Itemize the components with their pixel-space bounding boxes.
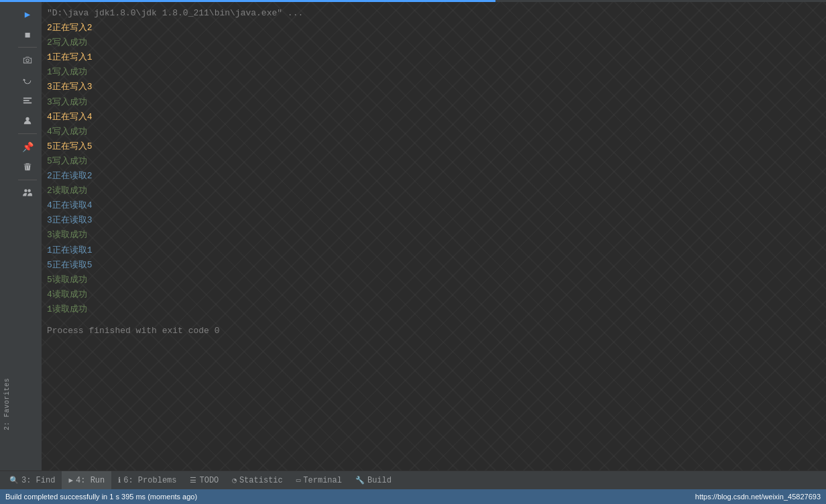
statistic-icon: ◔ <box>232 476 237 485</box>
format-button[interactable] <box>17 91 38 110</box>
person-button[interactable] <box>17 111 38 130</box>
process-exit-line: Process finished with exit code 0 <box>47 324 821 338</box>
console-line: 5正在写入5 <box>47 139 821 154</box>
format-icon <box>23 96 32 105</box>
pin-button[interactable]: 📌 <box>17 137 38 156</box>
tab-statistic-label: Statistic <box>239 476 283 485</box>
camera-button[interactable] <box>17 51 38 70</box>
console-line: 2正在读取2 <box>47 169 821 184</box>
console-line: 4正在写入4 <box>47 110 821 125</box>
tab-problems[interactable]: ℹ 6: Problems <box>111 471 183 489</box>
tab-find-label: 3: Find <box>21 476 55 485</box>
console-line: 1正在写入1 <box>47 50 821 65</box>
favorites-label: 2: Favorites <box>3 378 11 430</box>
svg-point-4 <box>24 189 27 192</box>
tab-build-label: Build <box>367 476 392 485</box>
command-line: "D:\java jdk1.8.0\jdk 1.8.0_211\bin\java… <box>47 6 821 21</box>
console-line: 2写入成功 <box>47 36 821 50</box>
tab-run-label: 4: Run <box>76 476 105 485</box>
person-icon <box>23 116 32 125</box>
console-line: 2读取成功 <box>47 184 821 198</box>
terminal-icon: ▭ <box>296 476 301 485</box>
tab-todo-label: TODO <box>199 476 219 485</box>
run-tab-icon: ▶ <box>68 476 73 485</box>
console-line: 3读取成功 <box>47 228 821 243</box>
favorites-sidebar: 2: Favorites <box>0 2 13 470</box>
console-line: 1正在读取1 <box>47 243 821 258</box>
delete-button[interactable] <box>17 158 38 176</box>
svg-point-3 <box>25 117 29 121</box>
console-line: 4正在读取4 <box>47 198 821 213</box>
todo-icon: ☰ <box>190 476 196 485</box>
status-url[interactable]: https://blog.csdn.net/weixin_45827693 <box>695 493 821 501</box>
tab-run[interactable]: ▶ 4: Run <box>62 471 111 489</box>
console-line: 5正在读取5 <box>47 258 821 273</box>
tab-todo[interactable]: ☰ TODO <box>183 471 225 489</box>
tab-problems-label: 6: Problems <box>123 476 176 485</box>
console-line: 5读取成功 <box>47 273 821 288</box>
run-button[interactable]: ▶ <box>17 5 38 23</box>
build-status-text: Build completed successfully in 1 s 395 … <box>5 493 197 501</box>
tab-terminal[interactable]: ▭ Terminal <box>290 471 349 489</box>
console-line: 3写入成功 <box>47 95 821 110</box>
tab-build[interactable]: 🔧 Build <box>349 471 398 489</box>
console-line: 3正在写入3 <box>47 80 821 94</box>
tab-terminal-label: Terminal <box>303 476 342 485</box>
bottom-toolbar: 🔍 3: Find ▶ 4: Run ℹ 6: Problems ☰ TODO … <box>0 470 826 489</box>
tab-statistic[interactable]: ◔ Statistic <box>225 471 289 489</box>
toolbar-separator-1 <box>18 47 37 48</box>
tab-find[interactable]: 🔍 3: Find <box>3 471 62 489</box>
stop-button[interactable]: ◼ <box>17 25 38 44</box>
console-line: 5写入成功 <box>47 154 821 169</box>
svg-rect-0 <box>23 98 32 99</box>
problems-icon: ℹ <box>118 476 121 485</box>
svg-rect-2 <box>23 103 32 104</box>
camera-icon <box>23 56 32 65</box>
delete-icon <box>23 162 32 172</box>
left-toolbar: ▶ ◼ 📌 <box>13 2 42 470</box>
persons-icon <box>23 188 32 198</box>
svg-rect-1 <box>23 100 30 101</box>
status-bar: Build completed successfully in 1 s 395 … <box>0 489 826 504</box>
build-icon: 🔧 <box>355 476 365 485</box>
rerun-button[interactable] <box>17 71 38 90</box>
svg-point-5 <box>27 189 30 192</box>
find-icon: 🔍 <box>9 476 19 485</box>
console-line: 2正在写入2 <box>47 21 821 36</box>
rerun-icon <box>23 76 32 85</box>
main-area: 2: Favorites ▶ ◼ <box>0 2 826 470</box>
console-line: 1写入成功 <box>47 65 821 80</box>
console-content: "D:\java jdk1.8.0\jdk 1.8.0_211\bin\java… <box>47 6 821 338</box>
console-area: "D:\java jdk1.8.0\jdk 1.8.0_211\bin\java… <box>42 2 826 470</box>
console-line: 3正在读取3 <box>47 213 821 228</box>
console-line: 4读取成功 <box>47 288 821 302</box>
persons-button[interactable] <box>17 184 38 202</box>
toolbar-separator-3 <box>18 180 37 180</box>
toolbar-separator-2 <box>18 133 37 134</box>
console-line: 1读取成功 <box>47 302 821 317</box>
console-line: 4写入成功 <box>47 125 821 139</box>
